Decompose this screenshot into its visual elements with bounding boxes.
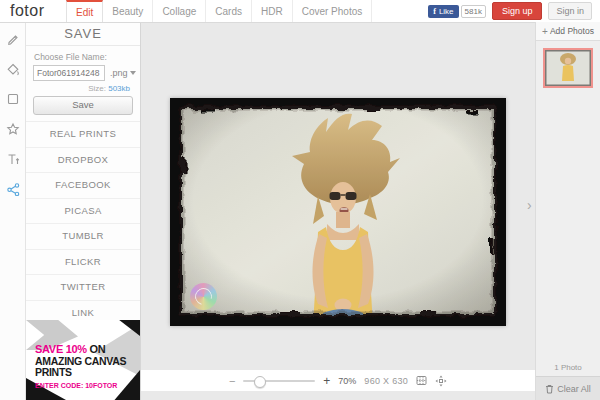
save-panel: SAVE Choose File Name: .png Size: 503kb … [26,22,141,400]
fotor-app: fotor Edit Beauty Collage Cards HDR Cove… [0,0,600,400]
ad-promo-code: ENTER CODE: 10FOTOR [35,382,126,390]
tab-collage[interactable]: Collage [153,0,206,22]
facebook-like-count: 581k [461,5,486,18]
photo-count: 1 Photo [536,363,600,372]
top-right-controls: fLike 581k Sign up Sign in [428,0,600,22]
sign-up-button[interactable]: Sign up [492,2,543,20]
edited-photo[interactable] [170,98,506,326]
top-bar: fotor Edit Beauty Collage Cards HDR Cove… [0,0,600,23]
photo-image [170,98,506,326]
photo-stage [141,22,535,371]
file-format-dropdown[interactable]: .png [110,68,136,78]
tab-edit[interactable]: Edit [66,0,103,22]
ad-headline-rest: ON [87,343,106,355]
fotor-logo: fotor [0,0,66,22]
clear-all-label: Clear All [557,384,591,394]
save-panel-title: SAVE [26,22,140,46]
facebook-icon: f [433,7,436,16]
canvas-area: − + 70% 960 X 630 [141,22,535,400]
resize-canvas-button[interactable] [416,375,427,386]
canvas-size-value: 960 X 630 [364,376,408,386]
file-name-row: .png [33,65,140,81]
facebook-like-widget[interactable]: fLike 581k [428,5,486,18]
ad-text: SAVE 10% ON AMAZING CANVAS PRINTS ENTER … [35,344,126,389]
chevron-down-icon [130,71,136,75]
share-item-real-prints[interactable]: REAL PRINTS [26,122,140,148]
facebook-like-label: Like [439,7,454,16]
clear-all-button[interactable]: Clear All [536,376,600,400]
add-photos-button[interactable]: + Add Photos [536,22,600,41]
facebook-like-button[interactable]: fLike [428,5,458,18]
share-icon [6,182,20,196]
effects-tool-button[interactable] [5,61,21,77]
fit-screen-button[interactable] [435,375,447,387]
thumbnail-image [545,50,591,86]
frame-icon [6,92,20,106]
add-photos-label: Add Photos [550,26,594,36]
trash-icon [545,384,554,394]
file-format-value: .png [110,68,128,78]
share-item-facebook[interactable]: FACEBOOK [26,173,140,199]
photos-panel: + Add Photos 1 Photo Clear All [535,22,600,400]
file-name-label: Choose File Name: [34,52,140,62]
pencil-icon [6,32,20,46]
ad-headline-highlight: SAVE 10% [35,343,87,355]
share-target-list: REAL PRINTS DROPBOX FACEBOOK PICASA TUMB… [26,121,140,326]
zoom-bar: − + 70% 960 X 630 [141,370,535,391]
zoom-level-value: 70% [338,376,356,386]
sign-in-button[interactable]: Sign in [548,2,592,20]
draw-tool-button[interactable] [5,31,21,47]
file-size-row: Size: 503kb [26,84,130,93]
file-name-input[interactable] [33,65,105,81]
share-tool-button[interactable] [5,181,21,197]
stickers-tool-button[interactable] [5,121,21,137]
fit-screen-icon [435,375,447,387]
share-item-flickr[interactable]: FLICKR [26,250,140,276]
zoom-slider-handle[interactable] [254,376,266,388]
zoom-out-button[interactable]: − [229,375,235,387]
tool-rail [0,22,26,400]
tab-beauty[interactable]: Beauty [103,0,153,22]
share-item-dropbox[interactable]: DROPBOX [26,148,140,174]
share-item-tumblr[interactable]: TUMBLR [26,224,140,250]
watermark-badge [190,283,217,310]
text-icon [6,152,20,166]
frames-tool-button[interactable] [5,91,21,107]
photo-thumbnail-selected[interactable] [543,48,593,88]
save-button[interactable]: Save [33,96,133,115]
file-size-value: 503kb [108,84,130,93]
grid-icon [416,375,427,386]
tab-cards[interactable]: Cards [206,0,252,22]
canvas-prints-ad[interactable]: SAVE 10% ON AMAZING CANVAS PRINTS ENTER … [26,320,140,400]
ad-line3: PRINTS [35,367,126,378]
zoom-slider[interactable] [243,380,315,382]
star-icon [6,122,20,136]
main-tabs: Edit Beauty Collage Cards HDR Cover Phot… [66,0,372,22]
share-item-picasa[interactable]: PICASA [26,199,140,225]
paint-bucket-icon [6,62,20,76]
plus-icon: + [542,26,548,37]
share-item-twitter[interactable]: TWITTER [26,275,140,301]
text-tool-button[interactable] [5,151,21,167]
zoom-in-button[interactable]: + [323,374,330,388]
tab-cover-photos[interactable]: Cover Photos [293,0,373,22]
collapse-panel-button[interactable]: › [527,198,532,212]
tab-hdr[interactable]: HDR [252,0,293,22]
file-size-label: Size: [88,84,106,93]
